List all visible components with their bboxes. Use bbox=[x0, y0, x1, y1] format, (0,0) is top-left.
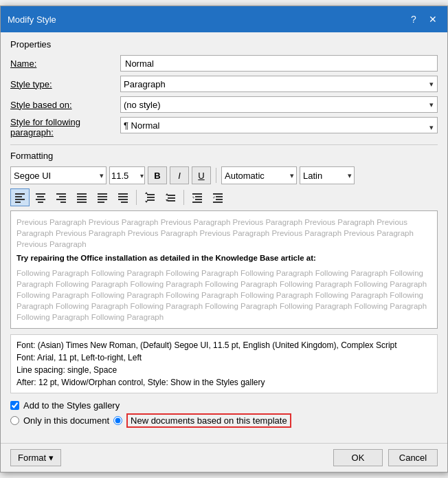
style-description: Font: (Asian) Times New Roman, (Default)… bbox=[10, 334, 438, 393]
description-line4: After: 12 pt, Widow/Orphan control, Styl… bbox=[16, 376, 432, 389]
dialog-body: Properties Name: Style type: Paragraph S… bbox=[1, 32, 447, 443]
style-type-label: Style type: bbox=[10, 76, 120, 92]
style-based-label: Style based on: bbox=[10, 96, 120, 113]
svg-rect-40 bbox=[216, 196, 223, 197]
align-center-icon bbox=[34, 191, 47, 204]
svg-rect-24 bbox=[147, 194, 155, 195]
svg-rect-39 bbox=[213, 193, 223, 195]
style-following-select[interactable]: ¶ Normal bbox=[120, 117, 438, 133]
align-justify-button[interactable] bbox=[72, 188, 91, 206]
svg-rect-31 bbox=[168, 200, 175, 202]
color-select[interactable]: Automatic bbox=[221, 166, 297, 184]
alignment-row bbox=[10, 188, 438, 206]
name-value bbox=[120, 55, 438, 72]
svg-rect-0 bbox=[15, 193, 25, 195]
preview-main-text: Try repairing the Office installation as… bbox=[16, 252, 432, 264]
svg-rect-14 bbox=[77, 199, 87, 200]
svg-rect-37 bbox=[192, 202, 202, 203]
style-based-select[interactable]: (no style) bbox=[120, 96, 438, 113]
separator-3 bbox=[183, 190, 184, 205]
svg-rect-29 bbox=[168, 195, 175, 196]
close-button[interactable]: ✕ bbox=[425, 12, 440, 27]
svg-rect-8 bbox=[56, 193, 66, 195]
svg-rect-21 bbox=[118, 196, 128, 197]
preview-box: Previous Paragraph Previous Paragraph Pr… bbox=[10, 210, 438, 329]
title-bar-buttons: ? ✕ bbox=[406, 12, 440, 27]
name-input[interactable] bbox=[120, 55, 438, 72]
help-button[interactable]: ? bbox=[406, 12, 421, 27]
line-spacing-decrease-icon bbox=[164, 191, 177, 204]
svg-rect-5 bbox=[37, 196, 44, 197]
description-line1: Font: (Asian) Times New Roman, (Default)… bbox=[16, 339, 432, 351]
svg-marker-43 bbox=[213, 196, 215, 199]
lang-select[interactable]: Latin bbox=[300, 166, 355, 184]
align-justify3-icon bbox=[117, 191, 129, 204]
svg-rect-30 bbox=[168, 197, 175, 199]
format-button[interactable]: Format ▾ bbox=[10, 449, 61, 466]
svg-rect-6 bbox=[36, 199, 45, 200]
svg-rect-36 bbox=[195, 199, 202, 200]
align-right-button[interactable] bbox=[52, 188, 71, 206]
dialog-title: Modify Style bbox=[8, 14, 56, 25]
svg-rect-22 bbox=[118, 199, 128, 200]
cancel-button[interactable]: Cancel bbox=[388, 449, 438, 466]
description-line3: Line spacing: single, Space bbox=[16, 364, 432, 376]
properties-section-label: Properties bbox=[10, 39, 438, 50]
scope-radio-row: Only in this document New documents base… bbox=[10, 413, 438, 428]
svg-marker-38 bbox=[192, 196, 194, 199]
line-spacing-increase-button[interactable] bbox=[140, 188, 159, 206]
indent-increase-button[interactable] bbox=[208, 188, 227, 206]
align-center-button[interactable] bbox=[31, 188, 50, 206]
ok-button[interactable]: OK bbox=[333, 449, 383, 466]
svg-rect-3 bbox=[15, 202, 21, 203]
align-justify-icon bbox=[76, 191, 88, 204]
style-following-label: Style for following paragraph: bbox=[10, 117, 120, 138]
align-right-icon bbox=[55, 191, 67, 204]
description-line2: Font: Arial, 11 pt, Left-to-right, Left bbox=[16, 351, 432, 364]
svg-rect-18 bbox=[98, 199, 107, 200]
svg-rect-11 bbox=[60, 202, 66, 203]
preview-following-text: Following Paragraph Following Paragraph … bbox=[16, 268, 432, 323]
line-spacing-decrease-button[interactable] bbox=[161, 188, 180, 206]
svg-rect-10 bbox=[56, 199, 66, 200]
add-to-gallery-checkbox[interactable] bbox=[10, 401, 19, 410]
align-left-button[interactable] bbox=[10, 188, 30, 206]
indent-decrease-button[interactable] bbox=[188, 188, 207, 206]
svg-rect-2 bbox=[15, 199, 25, 200]
lang-select-wrapper: Latin bbox=[300, 166, 355, 184]
style-type-select[interactable]: Paragraph bbox=[120, 76, 438, 92]
svg-rect-7 bbox=[38, 202, 43, 203]
bold-button[interactable]: B bbox=[148, 166, 167, 184]
svg-marker-28 bbox=[145, 201, 148, 203]
svg-rect-16 bbox=[98, 193, 107, 195]
align-justify2-icon bbox=[96, 191, 109, 204]
indent-increase-icon bbox=[212, 191, 224, 204]
svg-rect-26 bbox=[147, 199, 155, 201]
svg-rect-20 bbox=[118, 193, 128, 195]
only-document-radio[interactable] bbox=[10, 416, 19, 425]
line-spacing-increase-icon bbox=[144, 191, 156, 204]
font-select[interactable]: Segoe UI bbox=[10, 166, 107, 184]
properties-grid: Name: Style type: Paragraph Style based … bbox=[10, 55, 438, 138]
style-based-select-wrapper: (no style) bbox=[120, 96, 438, 113]
italic-button[interactable]: I bbox=[170, 166, 189, 184]
svg-rect-4 bbox=[36, 193, 45, 195]
new-documents-label: New documents based on this template bbox=[126, 413, 291, 428]
add-to-gallery-label: Add to the Styles gallery bbox=[23, 400, 120, 411]
align-justify2-button[interactable] bbox=[93, 188, 112, 206]
svg-rect-19 bbox=[98, 202, 104, 203]
new-documents-radio[interactable] bbox=[113, 416, 122, 425]
svg-rect-12 bbox=[77, 193, 87, 195]
svg-marker-32 bbox=[166, 193, 168, 195]
align-justify3-button[interactable] bbox=[113, 188, 133, 206]
align-left-icon bbox=[14, 191, 26, 204]
add-to-gallery-row: Add to the Styles gallery bbox=[10, 400, 438, 411]
separator-2 bbox=[136, 190, 137, 205]
svg-rect-1 bbox=[15, 196, 22, 197]
bottom-bar: Format ▾ OK Cancel bbox=[1, 443, 447, 472]
underline-button[interactable]: U bbox=[192, 166, 211, 184]
ok-cancel-buttons: OK Cancel bbox=[333, 449, 438, 466]
size-select[interactable]: 11.5 bbox=[109, 166, 145, 184]
style-type-select-wrapper: Paragraph bbox=[120, 76, 438, 92]
svg-rect-9 bbox=[59, 196, 66, 197]
